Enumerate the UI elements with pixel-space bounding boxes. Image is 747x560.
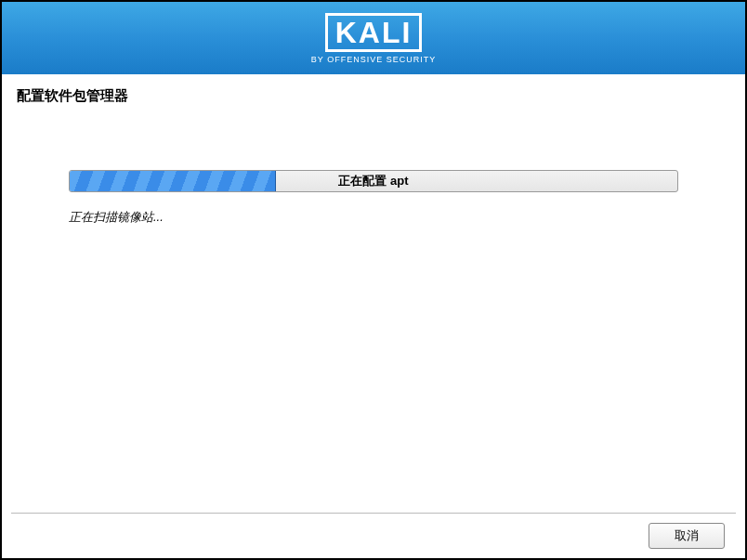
installer-header: KALI BY OFFENSIVE SECURITY [2,2,745,74]
logo-frame: KALI [325,13,423,52]
progress-fill [70,171,276,191]
page-title: 配置软件包管理器 [17,87,745,105]
bottom-bar: 取消 [11,513,736,549]
kali-logo: KALI BY OFFENSIVE SECURITY [311,13,436,64]
logo-text: KALI [335,18,413,47]
cancel-button[interactable]: 取消 [649,523,725,549]
logo-subtitle: BY OFFENSIVE SECURITY [311,55,436,64]
progress-container: 正在配置 apt 正在扫描镜像站... [69,170,678,226]
progress-label: 正在配置 apt [338,173,408,189]
progress-bar: 正在配置 apt [69,170,678,192]
progress-status: 正在扫描镜像站... [69,209,678,226]
